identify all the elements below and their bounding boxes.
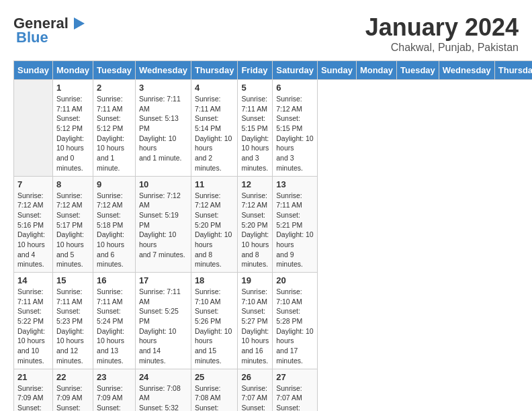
calendar-cell: 14Sunrise: 7:11 AMSunset: 5:22 PMDayligh… [14,273,53,369]
calendar-cell: 17Sunrise: 7:11 AMSunset: 5:25 PMDayligh… [135,273,191,369]
day-info: Sunrise: 7:12 AMSunset: 5:18 PMDaylight:… [97,191,132,270]
day-number: 8 [56,179,89,189]
day-number: 17 [139,275,187,285]
day-number: 1 [56,83,89,93]
header-thursday: Thursday [191,61,238,80]
day-info: Sunrise: 7:08 AMSunset: 5:33 PMDaylight:… [195,383,234,412]
day-number: 18 [195,275,234,285]
header-friday: Friday [238,61,273,80]
svg-marker-0 [74,17,85,30]
day-info: Sunrise: 7:09 AMSunset: 5:31 PMDaylight:… [97,383,132,412]
day-info: Sunrise: 7:11 AMSunset: 5:25 PMDaylight:… [139,287,187,366]
calendar-table: SundayMondayTuesdayWednesdayThursdayFrid… [13,60,532,411]
day-number: 10 [139,179,187,189]
title-area: January 2024 Chakwal, Punjab, Pakistan [365,13,519,54]
day-info: Sunrise: 7:11 AMSunset: 5:24 PMDaylight:… [97,287,132,366]
header-row: SundayMondayTuesdayWednesdayThursdayFrid… [14,61,533,80]
day-info: Sunrise: 7:10 AMSunset: 5:28 PMDaylight:… [276,287,314,366]
day-info: Sunrise: 7:11 AMSunset: 5:14 PMDaylight:… [195,94,234,173]
day-info: Sunrise: 7:09 AMSunset: 5:29 PMDaylight:… [17,383,49,412]
day-info: Sunrise: 7:12 AMSunset: 5:15 PMDaylight:… [276,94,314,173]
day-info: Sunrise: 7:11 AMSunset: 5:12 PMDaylight:… [97,94,132,173]
day-info: Sunrise: 7:07 AMSunset: 5:34 PMDaylight:… [276,383,314,412]
day-info: Sunrise: 7:12 AMSunset: 5:19 PMDaylight:… [139,191,187,260]
day-number: 22 [56,372,89,382]
month-title: January 2024 [365,13,519,42]
calendar-cell: 7Sunrise: 7:12 AMSunset: 5:16 PMDaylight… [14,176,53,273]
day-number: 11 [195,179,234,189]
day-info: Sunrise: 7:12 AMSunset: 5:20 PMDaylight:… [195,191,234,270]
logo-icon [69,13,89,34]
day-info: Sunrise: 7:07 AMSunset: 5:33 PMDaylight:… [241,383,269,412]
calendar-cell: 27Sunrise: 7:07 AMSunset: 5:34 PMDayligh… [273,369,318,411]
day-info: Sunrise: 7:08 AMSunset: 5:32 PMDaylight:… [139,383,187,412]
calendar-cell: 5Sunrise: 7:11 AMSunset: 5:15 PMDaylight… [238,80,273,177]
page-header: General Blue January 2024 Chakwal, Punja… [13,13,519,54]
header-sunday: Sunday [14,61,53,80]
day-info: Sunrise: 7:12 AMSunset: 5:17 PMDaylight:… [56,191,89,270]
calendar-cell: 23Sunrise: 7:09 AMSunset: 5:31 PMDayligh… [93,369,136,411]
day-info: Sunrise: 7:11 AMSunset: 5:22 PMDaylight:… [17,287,49,366]
header-wednesday: Wednesday [135,61,191,80]
day-info: Sunrise: 7:09 AMSunset: 5:30 PMDaylight:… [56,383,89,412]
calendar-cell: 20Sunrise: 7:10 AMSunset: 5:28 PMDayligh… [273,273,318,369]
calendar-cell: 26Sunrise: 7:07 AMSunset: 5:33 PMDayligh… [238,369,273,411]
day-number: 25 [195,372,234,382]
day-info: Sunrise: 7:12 AMSunset: 5:16 PMDaylight:… [17,191,49,270]
calendar-cell: 21Sunrise: 7:09 AMSunset: 5:29 PMDayligh… [14,369,53,411]
calendar-cell: 22Sunrise: 7:09 AMSunset: 5:30 PMDayligh… [52,369,93,411]
day-number: 6 [276,83,314,93]
calendar-cell: 2Sunrise: 7:11 AMSunset: 5:12 PMDaylight… [93,80,136,177]
week-row-2: 7Sunrise: 7:12 AMSunset: 5:16 PMDaylight… [14,176,533,273]
calendar-cell: 25Sunrise: 7:08 AMSunset: 5:33 PMDayligh… [191,369,238,411]
col-header-sunday: Sunday [317,61,356,80]
col-header-tuesday: Tuesday [397,61,439,80]
day-number: 2 [97,83,132,93]
day-number: 16 [97,275,132,285]
day-info: Sunrise: 7:10 AMSunset: 5:27 PMDaylight:… [241,287,269,366]
day-info: Sunrise: 7:11 AMSunset: 5:23 PMDaylight:… [56,287,89,366]
calendar-cell: 9Sunrise: 7:12 AMSunset: 5:18 PMDaylight… [93,176,136,273]
week-row-3: 14Sunrise: 7:11 AMSunset: 5:22 PMDayligh… [14,273,533,369]
calendar-cell: 13Sunrise: 7:11 AMSunset: 5:21 PMDayligh… [273,176,318,273]
day-number: 4 [195,83,234,93]
col-header-thursday: Thursday [494,61,532,80]
day-number: 23 [97,372,132,382]
day-number: 24 [139,372,187,382]
calendar-cell: 3Sunrise: 7:11 AMSunset: 5:13 PMDaylight… [135,80,191,177]
calendar-cell: 1Sunrise: 7:11 AMSunset: 5:12 PMDaylight… [52,80,93,177]
calendar-cell: 18Sunrise: 7:10 AMSunset: 5:26 PMDayligh… [191,273,238,369]
header-saturday: Saturday [273,61,318,80]
location: Chakwal, Punjab, Pakistan [365,42,519,54]
day-info: Sunrise: 7:11 AMSunset: 5:13 PMDaylight:… [139,94,187,163]
logo-blue-text: Blue [16,30,48,46]
day-number: 27 [276,372,314,382]
day-info: Sunrise: 7:10 AMSunset: 5:26 PMDaylight:… [195,287,234,366]
calendar-cell: 12Sunrise: 7:12 AMSunset: 5:20 PMDayligh… [238,176,273,273]
day-info: Sunrise: 7:12 AMSunset: 5:20 PMDaylight:… [241,191,269,270]
week-row-4: 21Sunrise: 7:09 AMSunset: 5:29 PMDayligh… [14,369,533,411]
calendar-cell: 6Sunrise: 7:12 AMSunset: 5:15 PMDaylight… [273,80,318,177]
calendar-cell: 15Sunrise: 7:11 AMSunset: 5:23 PMDayligh… [52,273,93,369]
col-header-monday: Monday [356,61,396,80]
day-number: 5 [241,83,269,93]
day-number: 20 [276,275,314,285]
day-number: 12 [241,179,269,189]
col-header-wednesday: Wednesday [439,61,494,80]
day-info: Sunrise: 7:11 AMSunset: 5:12 PMDaylight:… [56,94,89,173]
calendar-cell: 10Sunrise: 7:12 AMSunset: 5:19 PMDayligh… [135,176,191,273]
calendar-cell [14,80,53,177]
day-info: Sunrise: 7:11 AMSunset: 5:21 PMDaylight:… [276,191,314,270]
calendar-cell: 16Sunrise: 7:11 AMSunset: 5:24 PMDayligh… [93,273,136,369]
day-number: 7 [17,179,49,189]
header-tuesday: Tuesday [93,61,136,80]
header-monday: Monday [52,61,93,80]
day-number: 13 [276,179,314,189]
calendar-cell: 19Sunrise: 7:10 AMSunset: 5:27 PMDayligh… [238,273,273,369]
calendar-cell: 8Sunrise: 7:12 AMSunset: 5:17 PMDaylight… [52,176,93,273]
day-info: Sunrise: 7:11 AMSunset: 5:15 PMDaylight:… [241,94,269,173]
week-row-1: 1Sunrise: 7:11 AMSunset: 5:12 PMDaylight… [14,80,533,177]
day-number: 26 [241,372,269,382]
day-number: 15 [56,275,89,285]
calendar-cell: 11Sunrise: 7:12 AMSunset: 5:20 PMDayligh… [191,176,238,273]
